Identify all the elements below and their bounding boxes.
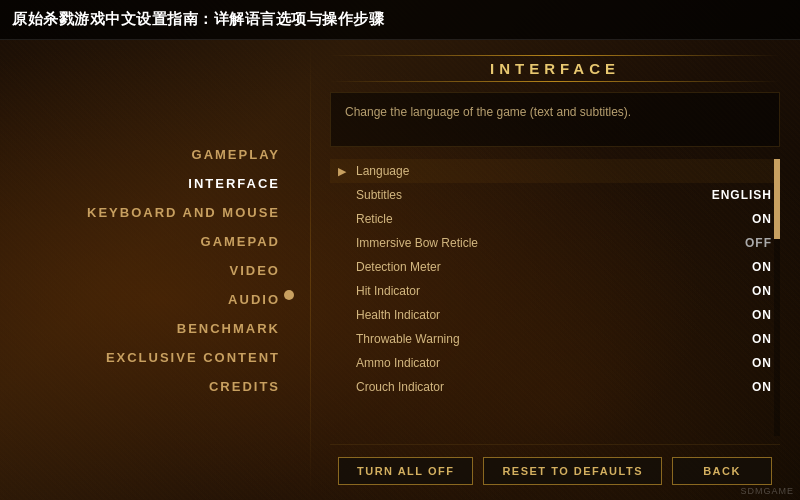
- sidebar-item-audio[interactable]: AUDIO: [228, 288, 280, 311]
- arrow-icon-language: ▶: [338, 165, 348, 178]
- setting-name-health-indicator: Health Indicator: [356, 308, 752, 322]
- title-line-bottom: [330, 81, 780, 82]
- button-back[interactable]: BACK: [672, 457, 772, 485]
- description-text: Change the language of the game (text an…: [345, 103, 765, 121]
- setting-row-subtitles[interactable]: SubtitlesENGLISH: [330, 183, 780, 207]
- sidebar: GAMEPLAYINTERFACEKEYBOARD AND MOUSEGAMEP…: [0, 40, 310, 500]
- settings-list: ▶LanguageSubtitlesENGLISHReticleONImmers…: [330, 159, 780, 436]
- main-panel: INTERFACE Change the language of the gam…: [310, 40, 800, 500]
- settings-list-inner: ▶LanguageSubtitlesENGLISHReticleONImmers…: [330, 159, 780, 399]
- setting-value-ammo-indicator: ON: [752, 356, 772, 370]
- setting-value-crouch-indicator: ON: [752, 380, 772, 394]
- setting-row-reticle[interactable]: ReticleON: [330, 207, 780, 231]
- setting-value-detection-meter: ON: [752, 260, 772, 274]
- setting-row-hit-indicator[interactable]: Hit IndicatorON: [330, 279, 780, 303]
- sidebar-item-benchmark[interactable]: BENCHMARK: [177, 317, 280, 340]
- setting-value-immersive-bow: OFF: [745, 236, 772, 250]
- setting-name-ammo-indicator: Ammo Indicator: [356, 356, 752, 370]
- setting-row-crouch-indicator[interactable]: Crouch IndicatorON: [330, 375, 780, 399]
- scrollbar[interactable]: [774, 159, 780, 436]
- setting-value-subtitles: ENGLISH: [712, 188, 772, 202]
- setting-value-hit-indicator: ON: [752, 284, 772, 298]
- sidebar-item-interface[interactable]: INTERFACE: [188, 172, 280, 195]
- setting-name-language: Language: [356, 164, 772, 178]
- panel-title: INTERFACE: [330, 60, 780, 77]
- setting-row-language[interactable]: ▶Language: [330, 159, 780, 183]
- badge-audio: [284, 290, 294, 300]
- button-reset-to-defaults[interactable]: RESET TO DEFAULTS: [483, 457, 662, 485]
- setting-name-immersive-bow: Immersive Bow Reticle: [356, 236, 745, 250]
- setting-name-detection-meter: Detection Meter: [356, 260, 752, 274]
- setting-name-crouch-indicator: Crouch Indicator: [356, 380, 752, 394]
- top-banner-text: 原始杀戮游戏中文设置指南：详解语言选项与操作步骤: [12, 10, 384, 29]
- watermark: SDMGAME: [740, 486, 794, 496]
- sidebar-item-keyboard[interactable]: KEYBOARD AND MOUSE: [87, 201, 280, 224]
- setting-row-ammo-indicator[interactable]: Ammo IndicatorON: [330, 351, 780, 375]
- scrollbar-thumb[interactable]: [774, 159, 780, 239]
- setting-name-hit-indicator: Hit Indicator: [356, 284, 752, 298]
- setting-row-immersive-bow[interactable]: Immersive Bow ReticleOFF: [330, 231, 780, 255]
- sidebar-item-gamepad[interactable]: GAMEPAD: [201, 230, 280, 253]
- button-turn-all-off[interactable]: TURN ALL OFF: [338, 457, 473, 485]
- setting-row-detection-meter[interactable]: Detection MeterON: [330, 255, 780, 279]
- panel-title-container: INTERFACE: [330, 55, 780, 82]
- top-banner: 原始杀戮游戏中文设置指南：详解语言选项与操作步骤: [0, 0, 800, 40]
- setting-value-throwable-warning: ON: [752, 332, 772, 346]
- setting-name-subtitles: Subtitles: [356, 188, 712, 202]
- sidebar-item-credits[interactable]: CREDITS: [209, 375, 280, 398]
- setting-name-reticle: Reticle: [356, 212, 752, 226]
- sidebar-item-gameplay[interactable]: GAMEPLAY: [192, 143, 280, 166]
- setting-value-reticle: ON: [752, 212, 772, 226]
- title-line-top: [330, 55, 780, 56]
- setting-value-health-indicator: ON: [752, 308, 772, 322]
- description-box: Change the language of the game (text an…: [330, 92, 780, 147]
- setting-row-health-indicator[interactable]: Health IndicatorON: [330, 303, 780, 327]
- bottom-buttons: TURN ALL OFFRESET TO DEFAULTSBACK: [330, 444, 780, 485]
- sidebar-item-video[interactable]: VIDEO: [230, 259, 280, 282]
- setting-row-throwable-warning[interactable]: Throwable WarningON: [330, 327, 780, 351]
- setting-name-throwable-warning: Throwable Warning: [356, 332, 752, 346]
- sidebar-item-exclusive[interactable]: EXCLUSIVE CONTENT: [106, 346, 280, 369]
